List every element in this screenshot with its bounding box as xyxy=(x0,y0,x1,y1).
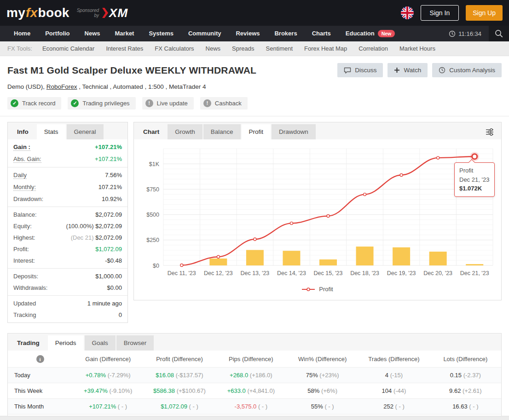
sign-in-button[interactable]: Sign In xyxy=(421,5,459,21)
nav-item-community[interactable]: Community xyxy=(181,26,229,41)
chart-legend[interactable]: Profit xyxy=(134,281,501,300)
logo-fx: fx xyxy=(25,6,38,20)
x-axis-tick: Dec 13, '23 xyxy=(240,270,269,276)
tab-balance[interactable]: Balance xyxy=(203,124,241,139)
col-pips: Pips (Difference) xyxy=(215,356,287,362)
y-axis-tick: $1K xyxy=(149,161,160,167)
top-header: myfxbook Sponsored by XM Sign In Sign Up xyxy=(0,0,509,26)
nav-item-portfolio[interactable]: Portfolio xyxy=(38,26,77,41)
periods-panel: Trading Periods Goals Browser i Gain (Di… xyxy=(7,333,502,420)
chart-point xyxy=(290,222,293,224)
chart-point xyxy=(254,238,256,241)
tab-trading[interactable]: Trading xyxy=(10,335,47,351)
custom-analysis-button[interactable]: Custom Analysis xyxy=(432,63,502,77)
fx-link-forex-heat-map[interactable]: Forex Heat Map xyxy=(304,45,347,52)
tab-browser[interactable]: Browser xyxy=(116,335,154,351)
new-badge: New xyxy=(378,30,395,37)
nav-item-charts[interactable]: Charts xyxy=(305,26,338,41)
nav-item-reviews[interactable]: Reviews xyxy=(228,26,267,41)
fx-link-interest-rates[interactable]: Interest Rates xyxy=(106,45,143,52)
daily-profit-bar xyxy=(429,252,447,265)
xm-arrow-icon xyxy=(102,8,108,18)
badge-live-update[interactable]: ! Live update xyxy=(142,97,194,109)
stats-panel: Info Stats General Gain : +107.21% Abs. … xyxy=(7,122,128,323)
col-win: Win% (Difference) xyxy=(287,356,358,362)
daily-profit-bar xyxy=(356,247,374,265)
exclamation-icon: ! xyxy=(203,99,211,107)
tab-info[interactable]: Info xyxy=(10,124,36,139)
stat-row-equity: Equity: (100.00%) $2,072.09 xyxy=(8,220,127,232)
stat-row-interest: Interest: -$0.48 xyxy=(8,255,127,266)
tab-growth[interactable]: Growth xyxy=(168,124,202,139)
x-axis-tick: Dec 20, '23 xyxy=(423,270,452,276)
broker-link[interactable]: RoboForex xyxy=(46,83,77,90)
nav-item-market[interactable]: Market xyxy=(108,26,142,41)
tab-periods[interactable]: Periods xyxy=(48,335,84,351)
tab-drawdown[interactable]: Drawdown xyxy=(272,124,316,139)
plus-icon xyxy=(394,67,400,73)
page-title: Fast M1 Gold Scalper Deluxe WEEKLY WITHD… xyxy=(7,65,256,76)
uk-flag-icon[interactable] xyxy=(401,6,414,19)
chart-point xyxy=(217,255,220,258)
stat-row-abs-gain: Abs. Gain: +107.21% xyxy=(8,153,127,165)
daily-profit-bar xyxy=(209,259,227,265)
myfxbook-logo[interactable]: myfxbook xyxy=(6,6,69,20)
daily-profit-bar xyxy=(466,264,483,265)
x-axis-tick: Dec 12, '23 xyxy=(204,270,233,276)
stat-row-deposits: Deposits: $1,000.00 xyxy=(8,270,127,282)
col-lots: Lots (Difference) xyxy=(430,356,501,362)
profit-line xyxy=(182,156,474,265)
discuss-button[interactable]: Discuss xyxy=(337,63,383,77)
xm-logo[interactable]: XM xyxy=(102,6,128,20)
tooltip-value: $1.072K xyxy=(459,184,490,193)
col-trades: Trades (Difference) xyxy=(358,356,429,362)
badge-trading-privileges[interactable]: ✓ Trading privileges xyxy=(68,97,135,109)
tab-profit[interactable]: Profit xyxy=(242,124,271,139)
profit-chart-area[interactable]: $0$250$500$750$1KDec 11, '23Dec 12, '23D… xyxy=(134,139,501,281)
stat-row-balance: Balance: $2,072.09 xyxy=(8,209,127,220)
table-row-this-month: This Month +107.21% ( - ) $1,072.09 ( - … xyxy=(8,398,501,414)
info-icon[interactable]: i xyxy=(36,355,44,363)
periods-tabs: Trading Periods Goals Browser xyxy=(8,334,501,351)
tooltip-series: Profit xyxy=(459,166,490,175)
fx-link-market-hours[interactable]: Market Hours xyxy=(399,45,435,52)
daily-profit-bar xyxy=(319,259,337,265)
x-axis-tick: Dec 18, '23 xyxy=(350,270,379,276)
tab-goals[interactable]: Goals xyxy=(85,335,116,351)
stat-row-drawdown: Drawdown: 10.92% xyxy=(8,193,127,205)
chart-settings-button[interactable] xyxy=(485,128,495,136)
fx-link-spreads[interactable]: Spreads xyxy=(232,45,254,52)
fx-link-news[interactable]: News xyxy=(206,45,221,52)
system-meta: Demo (USD), RoboForex , Technical , Auto… xyxy=(7,83,502,90)
x-axis-tick: Dec 11, '23 xyxy=(168,270,196,276)
nav-item-home[interactable]: Home xyxy=(6,26,38,41)
chart-tooltip: Profit Dec 21, '23 $1.072K xyxy=(454,162,495,197)
nav-item-systems[interactable]: Systems xyxy=(141,26,180,41)
nav-item-news[interactable]: News xyxy=(77,26,108,41)
fx-tools-label: FX Tools: xyxy=(7,45,32,52)
sponsored-by-label: Sponsored by xyxy=(77,8,99,18)
tab-chart[interactable]: Chart xyxy=(136,124,167,139)
chart-tabs: Chart Growth Balance Profit Drawdown xyxy=(134,122,501,139)
tab-stats[interactable]: Stats xyxy=(37,124,66,139)
watch-button[interactable]: Watch xyxy=(388,63,428,77)
divider xyxy=(0,116,509,116)
sliders-icon xyxy=(485,128,495,136)
badge-cashback[interactable]: ! Cashback xyxy=(200,97,248,109)
chart-point xyxy=(437,156,440,159)
search-button[interactable] xyxy=(489,26,509,41)
fx-link-correlation[interactable]: Correlation xyxy=(359,45,388,52)
badge-track-record[interactable]: ✓ Track record xyxy=(7,97,61,109)
fx-link-economic-calendar[interactable]: Economic Calendar xyxy=(42,45,94,52)
y-axis-tick: $0 xyxy=(153,263,159,269)
fx-link-fx-calculators[interactable]: FX Calculators xyxy=(155,45,194,52)
fx-link-sentiment[interactable]: Sentiment xyxy=(266,45,293,52)
x-axis-tick: Dec 15, '23 xyxy=(314,270,343,276)
tab-general[interactable]: General xyxy=(67,124,104,139)
chart-point xyxy=(327,214,330,217)
sign-up-button[interactable]: Sign Up xyxy=(466,5,503,21)
nav-item-brokers[interactable]: Brokers xyxy=(267,26,304,41)
stat-row-daily: Daily 7.56% xyxy=(8,169,127,181)
logo-book: book xyxy=(38,6,69,20)
nav-item-education[interactable]: Education New xyxy=(338,26,402,41)
